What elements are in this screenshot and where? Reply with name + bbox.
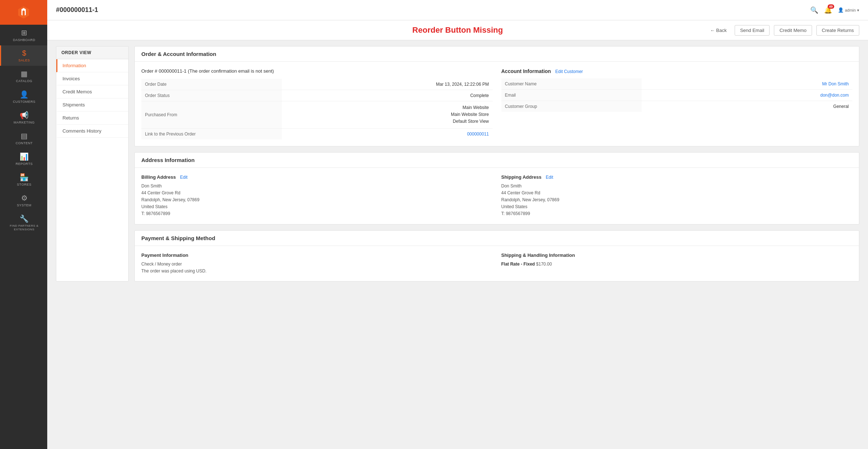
account-data-table: Customer Name Mr Don Smith Email [501, 78, 853, 112]
sidebar-label-dashboard: Dashboard [13, 38, 36, 42]
billing-address-name: Don Smith 44 Center Grove Rd Randolph, N… [141, 183, 493, 218]
page-title: #000000011-1 [56, 6, 810, 14]
sidebar-item-customers[interactable]: 👤 Customers [0, 86, 47, 107]
sidebar-logo [0, 0, 47, 25]
credit-memo-button[interactable]: Credit Memo [774, 25, 812, 36]
sidebar-item-dashboard[interactable]: ⊞ Dashboard [0, 25, 47, 45]
email-label: Email [501, 90, 642, 101]
order-date-value: Mar 13, 2024, 12:22:06 PM [282, 79, 493, 90]
account-info-title: Account Information Edit Customer [501, 68, 853, 74]
magento-logo-icon [16, 5, 31, 20]
order-account-section-body: Order # 000000011-1 (The order confirmat… [135, 62, 859, 146]
payment-method: Check / Money order [141, 261, 493, 268]
prev-order-value: 000000011 [282, 128, 493, 139]
purchased-from-multiline: Main WebsiteMain Website StoreDefault St… [286, 104, 489, 125]
shipping-info-title: Shipping & Handling Information [501, 252, 853, 258]
content-icon: ▤ [21, 132, 28, 140]
billing-address-title: Billing Address Edit [141, 174, 493, 180]
sidebar-item-extensions[interactable]: 🔧 Find Partners & Extensions [0, 211, 47, 235]
purchased-from-value: Main WebsiteMain Website StoreDefault St… [282, 101, 493, 129]
customer-group-value: General [642, 101, 852, 112]
page-area: Reorder Button Missing ← Back Send Email… [47, 20, 868, 449]
create-returns-button[interactable]: Create Returns [816, 25, 859, 36]
prev-order-link[interactable]: 000000011 [467, 132, 489, 137]
email-link[interactable]: don@don.com [820, 93, 849, 98]
table-row: Link to the Previous Order 000000011 [141, 128, 493, 139]
send-email-button[interactable]: Send Email [735, 25, 770, 36]
notification-count: 49 [828, 4, 834, 9]
address-section: Address Information Billing Address Edit [134, 152, 859, 224]
nav-item-comments-history[interactable]: Comments History [56, 125, 128, 138]
order-data-table: Order Date Mar 13, 2024, 12:22:06 PM Ord… [141, 79, 493, 139]
notifications-button[interactable]: 🔔 49 [824, 6, 832, 14]
customer-name-link[interactable]: Mr Don Smith [822, 81, 849, 86]
sidebar-label-system: System [17, 203, 31, 207]
payment-info-title: Payment Information [141, 252, 493, 258]
email-value: don@don.com [642, 90, 852, 101]
admin-caret-icon: ▾ [857, 8, 859, 12]
sidebar-item-marketing[interactable]: 📢 Marketing [0, 107, 47, 128]
shipping-address-title: Shipping Address Edit [501, 174, 853, 180]
order-status-label: Order Status [141, 90, 282, 101]
sidebar-label-marketing: Marketing [13, 121, 35, 124]
sidebar-item-content[interactable]: ▤ Content [0, 128, 47, 149]
sidebar-item-catalog[interactable]: ▦ Catalog [0, 66, 47, 86]
page-header-title: Reorder Button Missing [412, 25, 503, 35]
customer-name-label: Customer Name [501, 78, 642, 90]
dashboard-icon: ⊞ [21, 28, 27, 37]
nav-item-shipments[interactable]: Shipments [56, 98, 128, 112]
nav-item-information[interactable]: Information [56, 59, 128, 72]
payment-section-header: Payment & Shipping Method [135, 231, 859, 246]
page-header: Reorder Button Missing ← Back Send Email… [47, 20, 868, 40]
customer-name-value: Mr Don Smith [642, 78, 852, 90]
address-section-header: Address Information [135, 153, 859, 168]
sidebar-label-sales: Sales [19, 58, 30, 62]
order-account-section-header: Order & Account Information [135, 46, 859, 62]
sidebar-item-reports[interactable]: 📊 Reports [0, 149, 47, 169]
order-info-block: Order # 000000011-1 (The order confirmat… [141, 68, 493, 139]
shipping-info-block: Shipping & Handling Information Flat Rat… [501, 252, 853, 275]
shipping-edit-link[interactable]: Edit [546, 175, 553, 180]
billing-edit-link[interactable]: Edit [180, 175, 188, 180]
sidebar-item-system[interactable]: ⚙ System [0, 190, 47, 211]
payment-section: Payment & Shipping Method Payment Inform… [134, 230, 859, 282]
sidebar-label-extensions: Find Partners & Extensions [4, 224, 44, 232]
table-row: Email don@don.com [501, 90, 853, 101]
shipping-address-name: Don Smith 44 Center Grove Rd Randolph, N… [501, 183, 853, 218]
topbar-actions: 🔍 🔔 49 👤 admin ▾ [810, 6, 859, 14]
table-row: Customer Name Mr Don Smith [501, 78, 853, 90]
purchased-from-label: Purchased From [141, 101, 282, 129]
prev-order-label: Link to the Previous Order [141, 128, 282, 139]
sidebar-label-catalog: Catalog [16, 79, 32, 83]
address-grid: Billing Address Edit Don Smith 44 Center… [141, 174, 852, 218]
payment-info-block: Payment Information Check / Money order … [141, 252, 493, 275]
sidebar-label-content: Content [16, 141, 33, 145]
payment-section-body: Payment Information Check / Money order … [135, 246, 859, 281]
order-account-section: Order & Account Information Order # 0000… [134, 46, 859, 146]
back-button[interactable]: ← Back [706, 25, 730, 35]
sales-icon: $ [22, 49, 26, 57]
nav-item-invoices[interactable]: Invoices [56, 72, 128, 85]
table-row: Customer Group General [501, 101, 853, 112]
catalog-icon: ▦ [21, 69, 28, 78]
table-row: Order Date Mar 13, 2024, 12:22:06 PM [141, 79, 493, 90]
edit-customer-link[interactable]: Edit Customer [555, 69, 583, 74]
sidebar-item-sales[interactable]: $ Sales [0, 45, 47, 66]
order-subtitle: Order # 000000011-1 (The order confirmat… [141, 68, 493, 74]
payment-note: The order was placed using USD. [141, 268, 493, 275]
nav-item-credit-memos[interactable]: Credit Memos [56, 85, 128, 98]
table-row: Order Status Complete [141, 90, 493, 101]
sidebar-label-reports: Reports [16, 162, 33, 166]
reports-icon: 📊 [20, 152, 29, 161]
table-row: Purchased From Main WebsiteMain Website … [141, 101, 493, 129]
search-button[interactable]: 🔍 [810, 6, 818, 14]
shipping-method-value: Flat Rate - Fixed $170.00 [501, 261, 853, 268]
order-detail: Order & Account Information Order # 0000… [134, 46, 859, 282]
nav-item-returns[interactable]: Returns [56, 112, 128, 125]
topbar: #000000011-1 🔍 🔔 49 👤 admin ▾ [47, 0, 868, 20]
extensions-icon: 🔧 [20, 214, 29, 223]
shipping-address-block: Shipping Address Edit Don Smith 44 Cente… [501, 174, 853, 218]
sidebar-item-stores[interactable]: 🏪 Stores [0, 169, 47, 190]
customer-group-label: Customer Group [501, 101, 642, 112]
admin-menu[interactable]: 👤 admin ▾ [838, 7, 859, 13]
